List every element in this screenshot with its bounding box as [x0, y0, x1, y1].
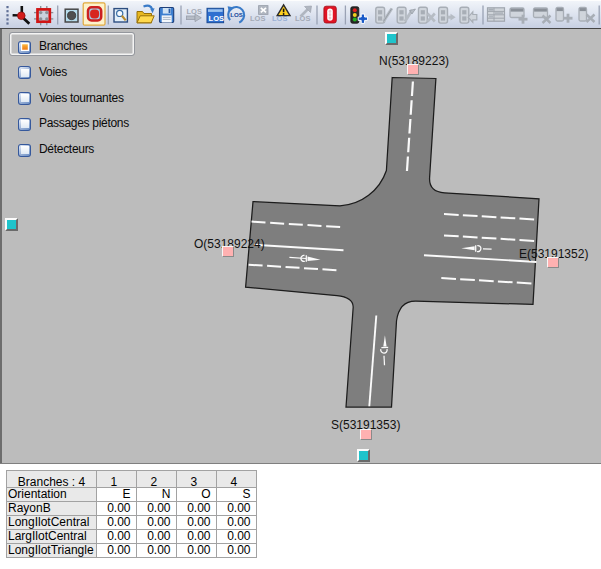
svg-text:LOS: LOS	[187, 7, 202, 16]
svg-text:LOS: LOS	[209, 14, 224, 23]
svg-text:LOS: LOS	[250, 14, 265, 23]
svg-text:LOS: LOS	[230, 11, 243, 18]
